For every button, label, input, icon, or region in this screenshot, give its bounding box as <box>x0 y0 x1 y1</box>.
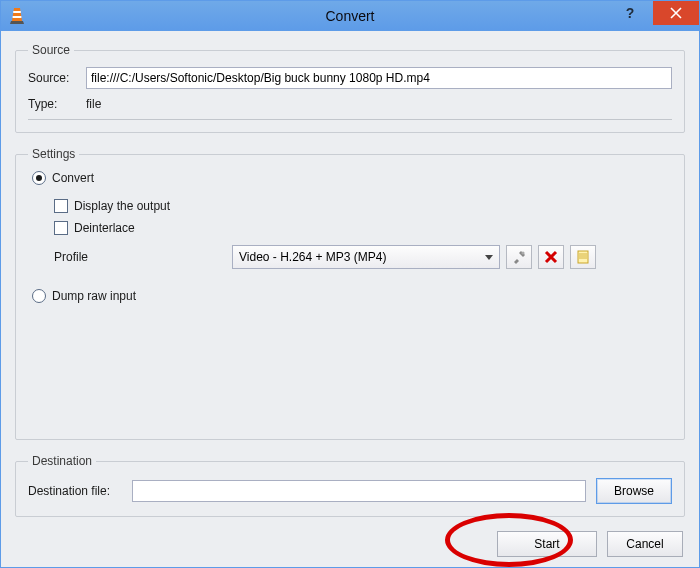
svg-rect-1 <box>13 11 21 13</box>
svg-marker-0 <box>12 8 22 21</box>
convert-radio-label: Convert <box>52 171 94 185</box>
help-button[interactable]: ? <box>607 1 653 25</box>
destination-file-label: Destination file: <box>28 484 132 498</box>
start-button[interactable]: Start <box>497 531 597 557</box>
new-document-icon <box>576 250 590 264</box>
tools-icon <box>511 249 527 265</box>
titlebar: Convert ? <box>1 1 699 31</box>
svg-rect-2 <box>13 16 22 18</box>
profile-label: Profile <box>32 250 232 264</box>
dialog-footer: Start Cancel <box>15 527 685 557</box>
settings-legend: Settings <box>28 147 79 161</box>
display-output-label: Display the output <box>74 199 170 213</box>
dump-radio[interactable] <box>32 289 46 303</box>
source-group: Source Source: Type: file <box>15 43 685 133</box>
source-legend: Source <box>28 43 74 57</box>
client-area: Source Source: Type: file Settings Conve… <box>1 31 699 567</box>
close-button[interactable] <box>653 1 699 25</box>
destination-file-input[interactable] <box>132 480 586 502</box>
display-output-checkbox[interactable] <box>54 199 68 213</box>
delete-profile-button[interactable] <box>538 245 564 269</box>
window-title: Convert <box>1 8 699 24</box>
convert-dialog: Convert ? Source Source: Type: file Sett… <box>0 0 700 568</box>
profile-select[interactable]: Video - H.264 + MP3 (MP4) <box>232 245 500 269</box>
deinterlace-label: Deinterlace <box>74 221 135 235</box>
source-label: Source: <box>28 71 86 85</box>
new-profile-button[interactable] <box>570 245 596 269</box>
convert-radio[interactable] <box>32 171 46 185</box>
vlc-icon <box>7 6 27 26</box>
svg-rect-5 <box>578 251 588 263</box>
type-label: Type: <box>28 97 86 111</box>
source-divider <box>28 119 672 120</box>
browse-button[interactable]: Browse <box>596 478 672 504</box>
cancel-button[interactable]: Cancel <box>607 531 683 557</box>
type-value: file <box>86 97 101 111</box>
deinterlace-checkbox[interactable] <box>54 221 68 235</box>
edit-profile-button[interactable] <box>506 245 532 269</box>
svg-point-4 <box>521 251 524 254</box>
window-buttons: ? <box>607 1 699 31</box>
source-input[interactable] <box>86 67 672 89</box>
destination-group: Destination Destination file: Browse <box>15 454 685 517</box>
settings-group: Settings Convert Display the output Dein… <box>15 147 685 440</box>
svg-marker-3 <box>10 21 24 24</box>
dump-radio-label: Dump raw input <box>52 289 136 303</box>
chevron-down-icon <box>485 255 493 260</box>
profile-selected-value: Video - H.264 + MP3 (MP4) <box>239 250 387 264</box>
destination-legend: Destination <box>28 454 96 468</box>
x-icon <box>544 250 558 264</box>
